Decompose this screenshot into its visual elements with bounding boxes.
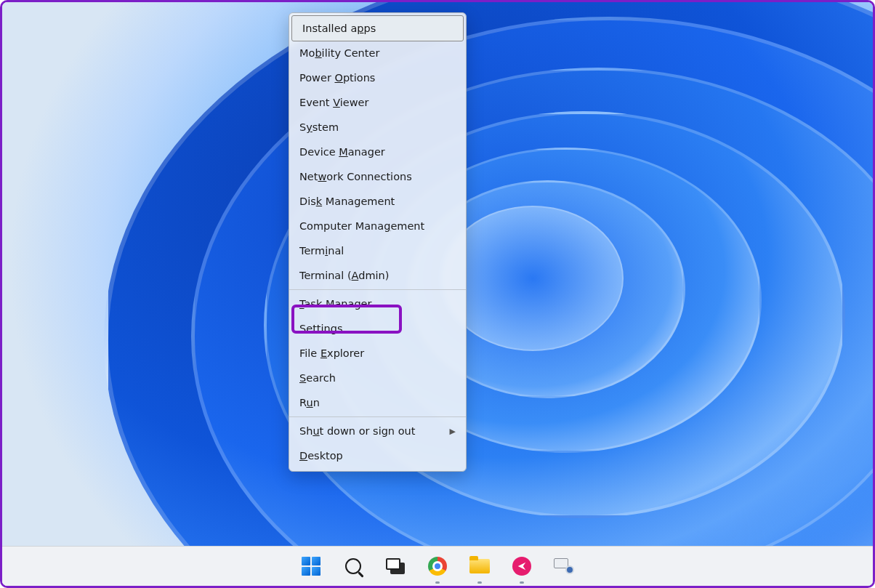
running-indicator bbox=[435, 581, 440, 584]
search-icon bbox=[345, 558, 361, 574]
menu-item-installed-apps[interactable]: Installed apps bbox=[291, 15, 464, 41]
taskbar-start[interactable] bbox=[296, 551, 326, 581]
chrome-icon bbox=[428, 557, 447, 576]
menu-item-terminal-admin[interactable]: Terminal (Admin) bbox=[289, 263, 466, 288]
menu-item-label: Mobility Center bbox=[299, 47, 379, 59]
menu-item-label: Power Options bbox=[299, 72, 375, 84]
menu-item-mobility-center[interactable]: Mobility Center bbox=[289, 41, 466, 65]
menu-item-file-explorer[interactable]: File Explorer bbox=[289, 341, 466, 366]
menu-item-label: Computer Management bbox=[299, 220, 424, 232]
menu-item-power-options[interactable]: Power Options bbox=[289, 65, 466, 90]
menu-item-label: Search bbox=[299, 372, 336, 384]
menu-item-label: Device Manager bbox=[299, 146, 385, 158]
menu-separator bbox=[289, 416, 466, 417]
menu-item-label: Desktop bbox=[299, 450, 343, 462]
winx-context-menu: Installed appsMobility CenterPower Optio… bbox=[289, 12, 467, 472]
menu-item-device-manager[interactable]: Device Manager bbox=[289, 140, 466, 164]
menu-item-desktop[interactable]: Desktop bbox=[289, 443, 466, 468]
taskbar-search[interactable] bbox=[338, 551, 368, 581]
taskbar-chrome[interactable] bbox=[422, 551, 453, 581]
menu-item-system[interactable]: System bbox=[289, 115, 466, 140]
taskbar-taskview[interactable] bbox=[380, 551, 411, 581]
menu-item-label: Network Connections bbox=[299, 171, 412, 182]
menu-item-label: Installed apps bbox=[302, 23, 376, 34]
menu-item-network-connections[interactable]: Network Connections bbox=[289, 164, 466, 189]
menu-item-label: Event Viewer bbox=[299, 97, 368, 108]
menu-item-label: Terminal (Admin) bbox=[299, 270, 389, 281]
menu-item-label: Task Manager bbox=[299, 298, 371, 310]
taskbar-app-pink[interactable] bbox=[507, 551, 537, 581]
menu-item-label: Run bbox=[299, 397, 320, 408]
menu-item-label: Terminal bbox=[299, 245, 344, 257]
menu-item-search[interactable]: Search bbox=[289, 366, 466, 390]
app-icon bbox=[512, 557, 531, 576]
chevron-right-icon: ▶ bbox=[450, 427, 456, 436]
menu-item-terminal[interactable]: Terminal bbox=[289, 238, 466, 263]
menu-item-label: System bbox=[299, 121, 339, 133]
menu-item-shut-down-or-sign-out[interactable]: Shut down or sign out▶ bbox=[289, 419, 466, 443]
menu-separator bbox=[289, 289, 466, 290]
taskbar bbox=[2, 546, 873, 586]
menu-item-settings[interactable]: Settings bbox=[289, 316, 466, 341]
taskbar-device-app[interactable] bbox=[549, 551, 579, 581]
folder-icon bbox=[469, 559, 490, 573]
menu-item-event-viewer[interactable]: Event Viewer bbox=[289, 90, 466, 115]
taskbar-explorer[interactable] bbox=[464, 551, 495, 581]
running-indicator bbox=[520, 581, 524, 584]
taskview-icon bbox=[386, 558, 405, 574]
menu-item-label: File Explorer bbox=[299, 347, 364, 359]
running-indicator bbox=[477, 581, 482, 584]
menu-item-computer-management[interactable]: Computer Management bbox=[289, 214, 466, 238]
menu-item-disk-management[interactable]: Disk Management bbox=[289, 189, 466, 214]
menu-item-label: Settings bbox=[299, 323, 343, 334]
windows-logo-icon bbox=[302, 557, 320, 576]
menu-item-run[interactable]: Run bbox=[289, 390, 466, 415]
device-icon bbox=[554, 558, 574, 574]
menu-item-task-manager[interactable]: Task Manager bbox=[289, 291, 466, 316]
menu-item-label: Shut down or sign out bbox=[299, 425, 415, 437]
menu-item-label: Disk Management bbox=[299, 196, 395, 207]
